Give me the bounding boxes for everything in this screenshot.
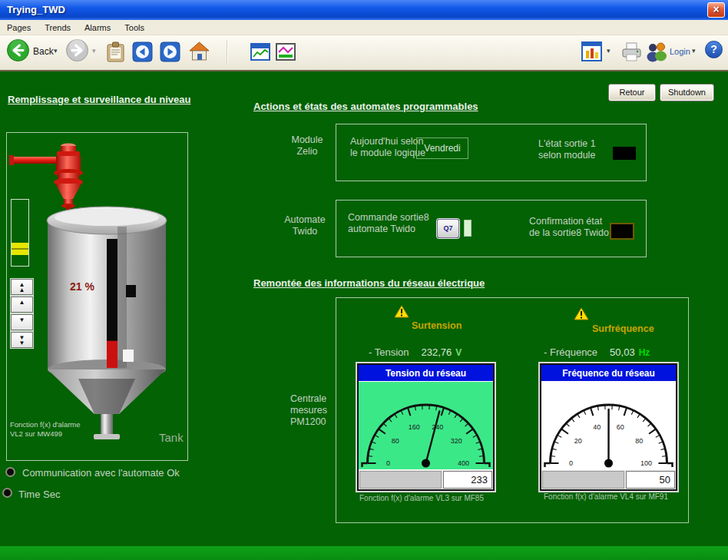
- menu-pages[interactable]: Pages: [0, 22, 38, 34]
- time-status-led: [2, 488, 12, 498]
- tension-readout: - Tension 232,76 V: [369, 346, 462, 358]
- login-button[interactable]: [645, 40, 669, 67]
- clipboard-icon: [105, 41, 126, 63]
- svg-text:60: 60: [617, 423, 624, 431]
- level-setpoint-indicator: [11, 199, 29, 267]
- plc-section-heading: Actions et états des automates programma…: [253, 101, 478, 112]
- bar-chart-icon: [581, 41, 602, 61]
- menu-trends[interactable]: Trends: [38, 22, 78, 34]
- left-section-heading: Remplissage et surveillance du niveau: [8, 94, 190, 105]
- frequence-readout-name: - Fréquence: [544, 346, 597, 358]
- menu-bar: Pages Trends Alarms Tools: [0, 20, 728, 35]
- back-button[interactable]: [6, 38, 30, 65]
- previous-page-icon: [132, 41, 153, 62]
- svg-text:0: 0: [386, 459, 390, 467]
- retour-button[interactable]: Retour: [608, 84, 656, 101]
- svg-text:20: 20: [574, 437, 582, 445]
- toolbar: Back ▾ ▾: [0, 35, 728, 70]
- day-display: Vendredi: [416, 138, 468, 159]
- gauge-alarm-caption: Fonction f(x) d'alarme VL3 sur MF85: [359, 494, 484, 502]
- back-label: Back: [33, 46, 54, 57]
- home-icon: [188, 41, 210, 62]
- svg-text:160: 160: [409, 423, 420, 431]
- printer-icon: [620, 41, 643, 63]
- tank-alarm-function-label: Fonction f(x) d'alarme VL2 sur MW499: [10, 420, 81, 439]
- gauge-title: Fréquence du réseau: [541, 365, 676, 382]
- network-section-heading: Remontée des informations du réseau élec…: [253, 277, 485, 289]
- home-button[interactable]: [188, 41, 210, 65]
- tank-level-fill: [107, 341, 117, 368]
- surfrequence-alarm-label: Surfréquence: [592, 323, 654, 334]
- tension-gauge: Tension du réseau 080160240320400 233: [357, 363, 495, 491]
- q7-output-button[interactable]: Q7: [437, 219, 459, 238]
- print-button[interactable]: [620, 41, 643, 66]
- level-step-up-button[interactable]: ▲: [11, 297, 33, 313]
- surtension-alarm-label: Surtension: [412, 320, 462, 331]
- comm-status-label: Communication avec l'automate Ok: [22, 467, 180, 479]
- svg-text:80: 80: [392, 437, 399, 445]
- gauge-value-display: 50: [626, 471, 675, 489]
- frequence-readout: - Fréquence 50,03 Hz: [544, 346, 650, 358]
- level-step-up-fast-button[interactable]: ▲ ▲: [11, 279, 33, 295]
- alarm-banner-icon: [276, 42, 296, 61]
- tank-label: Tank: [159, 431, 184, 444]
- twido-output-indicator: [610, 223, 634, 240]
- comm-status-led: [5, 467, 15, 477]
- window-title: Trying_TWD: [7, 4, 65, 15]
- q7-state-bar: [464, 220, 472, 237]
- gauge-title: Tension du réseau: [359, 365, 493, 382]
- tank-graphic: [7, 133, 187, 460]
- trend-chart-icon: [250, 42, 270, 61]
- level-step-down-button[interactable]: ▼: [11, 314, 33, 330]
- menu-tools[interactable]: Tools: [117, 22, 151, 34]
- svg-text:40: 40: [593, 423, 601, 431]
- users-login-icon: [645, 40, 669, 64]
- login-dropdown-caret[interactable]: ▾: [692, 47, 696, 55]
- gauge-alarm-caption: Fonction f(x) d'alarme VL4 sur MF91: [544, 492, 668, 501]
- forward-button[interactable]: [65, 38, 89, 65]
- tank-level-percent: 21 %: [70, 280, 94, 293]
- help-icon[interactable]: ?: [705, 41, 723, 58]
- svg-text:240: 240: [432, 423, 443, 431]
- bottom-strip: [0, 546, 728, 560]
- frequence-readout-unit: Hz: [639, 347, 650, 358]
- zelio-day-caption: Aujourd'hui selon le module logique: [350, 136, 425, 159]
- gauge-footer-bar: [542, 471, 624, 489]
- back-dropdown-caret[interactable]: ▾: [54, 47, 58, 55]
- previous-page-button[interactable]: [132, 41, 153, 65]
- title-bar[interactable]: Trying_TWD ×: [0, 0, 728, 20]
- shutdown-button[interactable]: Shutdown: [660, 84, 714, 101]
- application-window: Trying_TWD × Pages Trends Alarms Tools B…: [0, 0, 728, 560]
- gauge-dial-frequence: 020406080100: [541, 382, 676, 469]
- trend-view-button[interactable]: [250, 42, 270, 65]
- measurements-dropdown-caret[interactable]: ▾: [607, 47, 611, 55]
- twido-command-caption: Commande sortie8 automate Twido: [348, 212, 429, 235]
- forward-dropdown-caret[interactable]: ▾: [92, 47, 96, 55]
- warning-triangle-icon: [394, 305, 409, 318]
- zelio-output-caption: L'état sortie 1 selon module: [538, 138, 596, 161]
- gauge-footer: 50: [541, 469, 676, 489]
- twido-confirm-caption: Confirmation état de la sortie8 Twido: [529, 216, 609, 239]
- frequence-gauge: Fréquence du réseau 020406080100 50: [540, 363, 677, 491]
- level-step-down-fast-button[interactable]: ▼ ▼: [11, 332, 33, 348]
- close-icon[interactable]: ×: [707, 2, 725, 18]
- toolbar-separator: [227, 40, 228, 65]
- svg-text:100: 100: [640, 459, 652, 467]
- warning-triangle-icon: [574, 307, 589, 320]
- menu-alarms[interactable]: Alarms: [78, 22, 117, 34]
- next-page-button[interactable]: [160, 41, 180, 65]
- report-button[interactable]: [105, 41, 126, 66]
- gauge-footer: 233: [359, 469, 493, 489]
- alarm-banner-button[interactable]: [276, 42, 296, 65]
- svg-text:320: 320: [451, 437, 462, 445]
- svg-text:400: 400: [458, 459, 469, 467]
- tension-readout-unit: V: [455, 347, 462, 358]
- network-panel: Surtension Surfréquence - Tension 232,76…: [336, 297, 689, 523]
- gauge-value-display: 233: [443, 471, 492, 489]
- measurements-button[interactable]: [581, 41, 602, 65]
- login-label: Login: [670, 47, 690, 56]
- time-status-label: Time Sec: [18, 489, 60, 500]
- svg-text:0: 0: [569, 459, 573, 467]
- zelio-panel: Aujourd'hui selon le module logique Vend…: [336, 124, 647, 181]
- svg-text:80: 80: [635, 437, 643, 445]
